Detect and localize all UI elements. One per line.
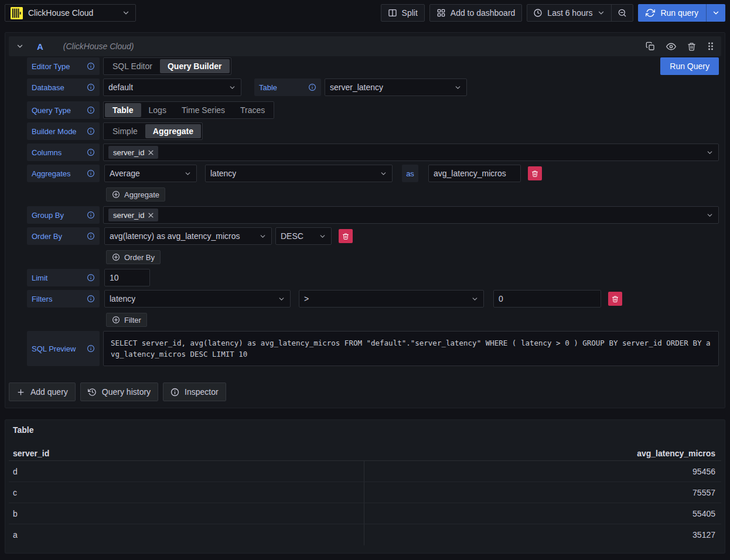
table-panel-title: Table <box>13 424 725 436</box>
clock-icon <box>533 8 543 18</box>
editor-type-option-sql-editor[interactable]: SQL Editor <box>105 59 160 73</box>
chevron-down-icon <box>706 149 714 156</box>
run-query-options-button[interactable] <box>706 4 725 22</box>
info-icon[interactable] <box>87 148 95 156</box>
filters-label: Filters <box>27 290 100 308</box>
table-label: Table <box>254 78 321 96</box>
zoom-out-button[interactable] <box>611 5 633 21</box>
zoom-out-icon <box>618 8 627 18</box>
aggregate-alias-input[interactable] <box>428 165 521 182</box>
info-icon[interactable] <box>87 344 95 353</box>
info-icon[interactable] <box>87 295 95 303</box>
duplicate-query-icon[interactable] <box>646 42 655 51</box>
info-icon[interactable] <box>87 62 95 70</box>
remove-aggregate-button[interactable] <box>528 166 542 180</box>
table-row: b 55405 <box>9 503 721 524</box>
info-icon[interactable] <box>308 83 316 91</box>
query-history-button[interactable]: Query history <box>80 383 158 401</box>
editor-type-switch: SQL Editor Query Builder <box>103 57 231 75</box>
query-builder-form: Editor Type SQL Editor Query Builder Run… <box>5 56 725 366</box>
remove-group-by-icon[interactable] <box>148 213 153 218</box>
table-header-row: server_id avg_latency_micros <box>9 446 721 461</box>
run-query-editor-label: Run Query <box>670 62 709 71</box>
chevron-down-icon <box>597 9 605 17</box>
sql-preview-text: SELECT server_id, avg(latency) as avg_la… <box>103 331 719 366</box>
database-label: Database <box>27 78 100 96</box>
time-range-picker[interactable]: Last 6 hours <box>527 5 611 21</box>
builder-mode-option-aggregate[interactable]: Aggregate <box>145 124 201 138</box>
query-type-option-time-series[interactable]: Time Series <box>174 103 233 117</box>
remove-query-trash-icon[interactable] <box>687 42 696 51</box>
order-by-field-select[interactable]: avg(latency) as avg_latency_micros <box>104 227 272 245</box>
builder-mode-label: Builder Mode <box>27 122 100 140</box>
table-row: c 75557 <box>9 482 721 503</box>
columns-multiselect[interactable]: server_id <box>103 144 719 161</box>
query-editor-panel: A (ClickHouse Cloud) Editor Type <box>5 32 725 408</box>
add-query-button[interactable]: Add query <box>9 383 76 401</box>
group-by-multiselect[interactable]: server_id <box>103 206 719 224</box>
aggregate-as-label: as <box>402 165 418 182</box>
table-select[interactable]: server_latency <box>325 78 467 96</box>
editor-type-label: Editor Type <box>27 57 100 75</box>
toggle-visibility-eye-icon[interactable] <box>666 42 676 52</box>
time-range-group: Last 6 hours <box>527 4 633 22</box>
drag-handle-icon[interactable] <box>707 42 714 51</box>
filter-operator-select[interactable]: > <box>299 290 484 308</box>
info-icon[interactable] <box>87 83 95 91</box>
aggregate-function-select[interactable]: Average <box>104 165 197 182</box>
apps-grid-icon <box>436 8 446 18</box>
chevron-down-icon <box>259 233 267 240</box>
add-filter-button[interactable]: Filter <box>106 313 147 327</box>
column-header-avg-latency-micros[interactable]: avg_latency_micros <box>364 449 721 458</box>
query-row-header: A (ClickHouse Cloud) <box>9 36 721 56</box>
query-type-option-logs[interactable]: Logs <box>141 103 174 117</box>
info-icon[interactable] <box>87 274 95 282</box>
column-header-server-id[interactable]: server_id <box>9 449 364 458</box>
remove-filter-button[interactable] <box>608 292 622 306</box>
query-ref-id[interactable]: A <box>37 42 43 52</box>
cell-avg-latency: 75557 <box>364 482 721 503</box>
chevron-down-icon <box>706 211 714 219</box>
filter-column-select[interactable]: latency <box>104 290 291 308</box>
limit-input[interactable] <box>104 269 150 286</box>
filter-value-input[interactable] <box>493 290 601 308</box>
run-query-button[interactable]: Run query <box>638 4 706 22</box>
datasource-picker[interactable]: ClickHouse Cloud <box>5 4 136 22</box>
run-query-split-button: Run query <box>638 4 725 22</box>
add-to-dashboard-button[interactable]: Add to dashboard <box>429 4 523 22</box>
limit-label: Limit <box>27 269 100 286</box>
aggregate-column-select[interactable]: latency <box>205 165 393 182</box>
add-to-dashboard-label: Add to dashboard <box>451 8 516 18</box>
builder-mode-option-simple[interactable]: Simple <box>105 124 145 138</box>
table-row: d 95456 <box>9 461 721 482</box>
chevron-down-icon <box>471 295 479 303</box>
clickhouse-logo-icon <box>11 7 23 19</box>
remove-column-icon[interactable] <box>148 150 153 155</box>
run-query-editor-button[interactable]: Run Query <box>660 57 719 75</box>
trash-icon <box>612 295 619 303</box>
explore-toolbar: ClickHouse Cloud Split Add to dashboard … <box>0 0 730 22</box>
inspector-button[interactable]: Inspector <box>163 383 226 401</box>
chevron-down-icon <box>228 84 236 91</box>
plus-icon <box>16 388 25 397</box>
add-order-by-button[interactable]: Order By <box>106 250 161 264</box>
collapse-chevron-icon[interactable] <box>16 42 24 50</box>
query-type-option-table[interactable]: Table <box>105 103 141 117</box>
info-icon[interactable] <box>87 169 95 177</box>
split-button[interactable]: Split <box>381 4 425 22</box>
info-icon[interactable] <box>87 211 95 219</box>
trash-icon <box>531 170 538 177</box>
database-select[interactable]: default <box>103 78 241 96</box>
sync-icon <box>646 8 655 18</box>
toolbar-actions: Split Add to dashboard Last 6 hours Run … <box>381 4 725 22</box>
editor-type-option-query-builder[interactable]: Query Builder <box>160 59 230 73</box>
remove-order-by-button[interactable] <box>339 229 353 243</box>
info-icon[interactable] <box>87 127 95 135</box>
chevron-down-icon <box>278 295 285 303</box>
order-by-direction-select[interactable]: DESC <box>275 227 332 245</box>
add-aggregate-button[interactable]: Aggregate <box>106 187 165 202</box>
info-icon[interactable] <box>87 106 95 114</box>
info-icon[interactable] <box>87 232 95 240</box>
cell-server-id: a <box>9 524 364 545</box>
query-type-option-traces[interactable]: Traces <box>233 103 272 117</box>
